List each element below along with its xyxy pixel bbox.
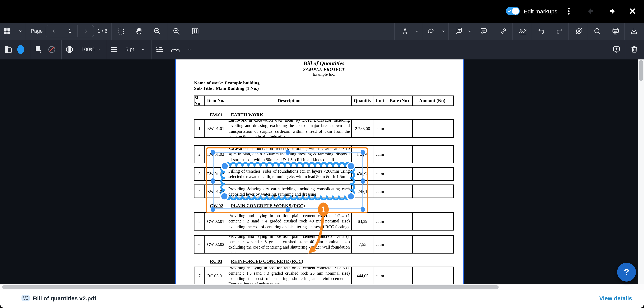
vertical-scrollbar[interactable] xyxy=(638,60,644,284)
page-prev-button[interactable] xyxy=(46,25,62,37)
col-quantity: Quantity xyxy=(352,96,374,105)
check-icon xyxy=(507,9,512,14)
file-bar: V2 Bill of quantities v2.pdf View detail… xyxy=(0,290,644,308)
table-row: 3EW.01.03 Filling of trenches, sides of … xyxy=(194,167,454,181)
page-navigator: 1 xyxy=(46,25,94,38)
thumbnails-chevron-icon[interactable] xyxy=(18,28,24,34)
main-toolbar: Page 1 1 / 6 xyxy=(0,22,644,40)
resize-handle-bottom-mid[interactable] xyxy=(286,207,290,212)
section-code: RC.03 xyxy=(210,258,222,264)
table-row: 2EW.01.02 Excavation in foundation trenc… xyxy=(194,145,454,163)
back-arrow-icon[interactable] xyxy=(585,6,598,17)
comment-number: 1 xyxy=(321,205,326,214)
close-icon[interactable] xyxy=(627,6,638,17)
opacity-icon[interactable] xyxy=(65,45,74,54)
help-question-mark: ? xyxy=(624,267,629,277)
col-slno: Sl No xyxy=(194,96,205,105)
stroke-color-icon[interactable] xyxy=(4,45,13,54)
file-name: Bill of quantities v2.pdf xyxy=(33,295,96,302)
opacity-value[interactable]: 100% xyxy=(81,47,94,52)
app-window: Edit markups Page 1 xyxy=(0,0,644,308)
opacity-chevron-icon[interactable] xyxy=(96,47,101,52)
page-layout-icon[interactable] xyxy=(191,27,199,35)
line-style-icon[interactable] xyxy=(155,46,164,54)
col-description: Description xyxy=(227,96,352,105)
table-row: 7RC.03.01 Providing & laying in position… xyxy=(194,266,454,284)
zoom-out-icon[interactable] xyxy=(153,27,161,35)
note-comment-icon[interactable] xyxy=(480,27,488,35)
section-title: EARTH WORK xyxy=(231,112,263,118)
marquee-select-icon[interactable] xyxy=(117,27,125,35)
view-details-link[interactable]: View details xyxy=(599,295,632,302)
hide-markups-icon[interactable] xyxy=(574,27,583,35)
version-badge: V2 xyxy=(22,295,30,301)
help-button[interactable]: ? xyxy=(617,263,636,282)
print-icon[interactable] xyxy=(612,27,620,35)
col-amount: Amount (Nu) xyxy=(413,96,452,105)
comment-marker[interactable]: 1 xyxy=(318,202,329,216)
cloud-shape-tool-icon[interactable] xyxy=(426,27,435,35)
horizontal-scrollbar-thumb[interactable] xyxy=(2,285,499,289)
section-title: REINFORCED CONCRETE (RCC) xyxy=(231,258,303,264)
table-header-row: Sl No Item No. Description Quantity Unit… xyxy=(194,95,454,106)
style-toolbar: 100% 5 pt xyxy=(0,40,644,60)
signature-icon[interactable] xyxy=(518,27,528,35)
document-content: Bill of Quantities SAMPLE PROJECT Exampl… xyxy=(0,60,644,284)
pan-hand-icon[interactable] xyxy=(135,27,143,35)
edit-markups-toggle[interactable] xyxy=(506,7,520,16)
horizontal-scrollbar[interactable] xyxy=(0,284,644,290)
cloud-tool-chevron-icon[interactable] xyxy=(441,28,446,34)
no-fill-icon[interactable] xyxy=(47,45,56,54)
resize-handle-top-right[interactable] xyxy=(360,150,365,155)
zoom-in-icon[interactable] xyxy=(172,27,180,35)
cloud-handle-bottom-right[interactable] xyxy=(347,192,355,200)
thickness-value[interactable]: 5 pt xyxy=(126,47,134,52)
delete-trash-icon[interactable] xyxy=(630,45,639,54)
search-icon[interactable] xyxy=(593,27,601,35)
table-row: 6CW.02.02 Providing and laying in positi… xyxy=(194,235,454,254)
callout-text-tool-icon[interactable] xyxy=(454,27,463,35)
doc-subtitle-line: Sub Title : Main Building (1 No.) xyxy=(194,85,259,91)
resize-handle-top-left[interactable] xyxy=(210,150,215,155)
pen-tool-chevron-icon[interactable] xyxy=(414,28,420,34)
overflow-menu-icon[interactable] xyxy=(566,6,572,17)
stroke-color-swatch[interactable] xyxy=(17,45,24,54)
doc-title: Bill of Quantities xyxy=(194,60,454,67)
resize-handle-bottom-left[interactable] xyxy=(210,207,215,212)
link-icon[interactable] xyxy=(500,27,508,35)
forward-arrow-icon[interactable] xyxy=(605,6,618,17)
redo-icon[interactable] xyxy=(556,27,564,35)
callout-tool-chevron-icon[interactable] xyxy=(467,28,472,34)
table-row: 4EW.01.04 Providing &laying dry earth be… xyxy=(194,184,454,198)
section-title: PLAIN CONCRETE WORKS (PCC) xyxy=(231,203,305,208)
page-label: Page xyxy=(31,28,43,34)
col-unit: Unit xyxy=(374,96,386,105)
page-number-input[interactable]: 1 xyxy=(62,25,78,37)
page-next-button[interactable] xyxy=(78,25,94,37)
resize-handle-top-mid[interactable] xyxy=(286,150,290,155)
pen-tool-icon[interactable] xyxy=(401,27,409,35)
thumbnails-grid-icon[interactable] xyxy=(3,27,11,35)
toggle-knob xyxy=(512,8,519,15)
document-viewport[interactable]: Bill of Quantities SAMPLE PROJECT Exampl… xyxy=(0,60,644,284)
border-style-chevron-icon[interactable] xyxy=(187,47,192,52)
download-icon[interactable] xyxy=(630,27,638,35)
cloud-handle-top-right[interactable] xyxy=(347,162,355,170)
vertical-scrollbar-thumb[interactable] xyxy=(639,60,643,81)
undo-icon[interactable] xyxy=(537,27,545,35)
resize-handle-mid-left[interactable] xyxy=(210,178,215,184)
cloud-handle-bottom-left[interactable] xyxy=(220,192,228,200)
top-bar: Edit markups xyxy=(0,0,644,22)
page-count-label: 1 / 6 xyxy=(98,28,108,34)
cloud-border-style-icon[interactable] xyxy=(170,46,180,54)
table-row: 1EW.01.01 Earthwork in excavation over a… xyxy=(194,119,454,138)
resize-handle-mid-right[interactable] xyxy=(360,178,365,184)
add-note-icon[interactable] xyxy=(612,45,621,54)
col-rate: Rate (Nu) xyxy=(386,96,413,105)
resize-handle-bottom-right[interactable] xyxy=(360,207,365,212)
fill-color-icon[interactable] xyxy=(34,45,43,54)
doc-company: Example Inc. xyxy=(194,72,454,76)
cloud-handle-top-left[interactable] xyxy=(220,162,229,170)
line-thickness-icon[interactable] xyxy=(110,46,118,54)
thickness-chevron-icon[interactable] xyxy=(140,47,146,52)
